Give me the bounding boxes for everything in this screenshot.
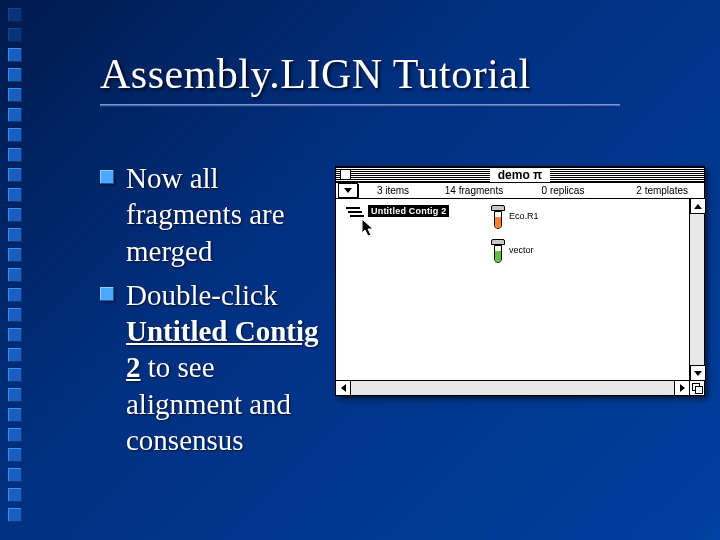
scroll-left-button[interactable]	[335, 380, 351, 396]
view-dropdown[interactable]	[338, 183, 358, 198]
contig-label: Untitled Contig 2	[368, 205, 449, 217]
slide-deco-column	[8, 0, 36, 540]
title-underline	[100, 104, 620, 106]
contig-icon	[346, 206, 364, 218]
tube-label: Eco.R1	[509, 205, 539, 221]
chevron-up-icon	[694, 204, 702, 209]
scroll-right-button[interactable]	[674, 380, 690, 396]
chevron-down-icon	[344, 188, 352, 193]
window-titlebar[interactable]: demo π	[336, 167, 704, 183]
scroll-down-button[interactable]	[690, 365, 706, 381]
status-replicas: 0 replicas	[522, 183, 604, 198]
bullet-item: Double-click Untitled Contig 2 to see al…	[100, 277, 320, 458]
contig-item[interactable]: Untitled Contig 2	[346, 205, 449, 218]
chevron-right-icon	[680, 384, 685, 392]
status-templates: 2 templates	[604, 183, 704, 198]
status-fragments: 14 fragments	[426, 183, 522, 198]
bullet-text-before: Double-click	[126, 279, 277, 311]
app-window: demo π 3 items 14 fragments 0 replicas 2…	[335, 166, 705, 396]
tube-icon	[491, 205, 505, 233]
status-items: 3 items	[360, 183, 426, 198]
bullet-text: Now all fragments are merged	[126, 162, 285, 267]
tube-icon	[491, 239, 505, 267]
chevron-down-icon	[694, 371, 702, 376]
tube-label: vector	[509, 239, 534, 255]
svg-marker-0	[362, 219, 373, 236]
scrollbar-vertical[interactable]	[689, 199, 704, 380]
window-statusbar: 3 items 14 fragments 0 replicas 2 templa…	[336, 183, 704, 199]
window-close-box[interactable]	[340, 169, 351, 180]
bullet-square-icon	[100, 287, 114, 301]
chevron-left-icon	[341, 384, 346, 392]
slide-title: Assembly.LIGN Tutorial	[100, 50, 531, 98]
bullet-item: Now all fragments are merged	[100, 160, 320, 269]
window-resize-handle[interactable]	[689, 380, 704, 395]
window-body: Untitled Contig 2 Eco.R1 vector	[336, 199, 704, 380]
tube-item-vector[interactable]: vector	[491, 239, 534, 267]
bullet-text-after: to see alignment and consensus	[126, 351, 291, 456]
bullet-list: Now all fragments are merged Double-clic…	[100, 160, 320, 466]
tube-item-eco[interactable]: Eco.R1	[491, 205, 539, 233]
scrollbar-horizontal[interactable]	[336, 380, 689, 395]
window-title: demo π	[490, 168, 551, 182]
bullet-square-icon	[100, 170, 114, 184]
scroll-up-button[interactable]	[690, 198, 706, 214]
